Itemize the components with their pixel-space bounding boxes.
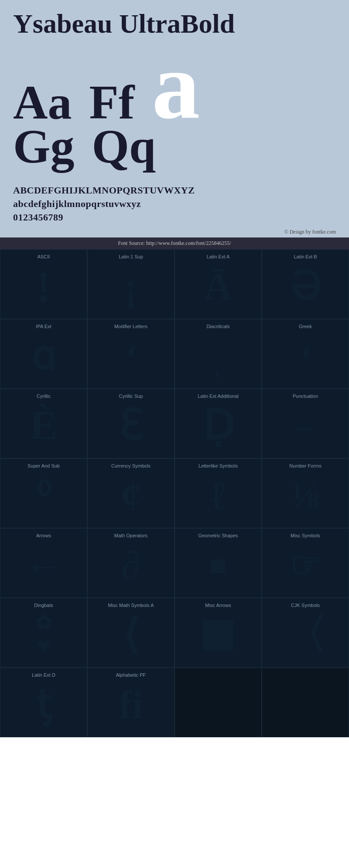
char-mathops: ∂ bbox=[121, 540, 140, 591]
label-alphabeticpf: Alphabetic PF bbox=[116, 672, 146, 678]
label-superandsub: Super And Sub bbox=[27, 463, 60, 468]
svg-rect-0 bbox=[203, 620, 233, 651]
digits: 0123456789 bbox=[13, 211, 336, 224]
label-mathops: Math Operators bbox=[114, 533, 147, 538]
char-ascii: ! bbox=[36, 261, 51, 312]
credit: © Design by fontke.com bbox=[0, 227, 349, 237]
char-miscarrows bbox=[201, 610, 236, 661]
label-letterlike: Letterlike Symbols bbox=[198, 463, 238, 468]
label-modifierletters: Modifier Letters bbox=[114, 324, 147, 329]
glyph-cell-miscsymbols: Misc Symbols ☞ bbox=[262, 528, 349, 598]
glyph-cell-empty1 bbox=[174, 668, 262, 737]
char-miscsymbols: ☞ bbox=[290, 540, 321, 591]
label-miscmathA: Misc Math Symbols A bbox=[108, 603, 154, 608]
glyph-cell-miscarrows: Misc Arrows bbox=[174, 598, 262, 668]
char-modifierletters: ʻ bbox=[126, 331, 137, 382]
char-latinexta: Ā bbox=[204, 261, 233, 312]
glyph-cell-greek: Greek ʼ bbox=[262, 319, 349, 389]
char-letterlike: ℓ bbox=[210, 471, 226, 521]
glyph-big-a: a bbox=[152, 43, 200, 129]
char-cjksymbols: 〈 bbox=[285, 610, 326, 661]
label-greek: Greek bbox=[299, 324, 312, 329]
glyph-cell-diacriticals: Diacriticals ˛ bbox=[174, 319, 262, 389]
glyph-cell-arrows: Arrows ← bbox=[0, 528, 87, 598]
glyph-cell-currency: Currency Symbols ¢ bbox=[87, 458, 174, 528]
label-miscsymbols: Misc Symbols bbox=[291, 533, 320, 538]
char-arrows: ← bbox=[24, 540, 63, 591]
char-diacriticals: ˛ bbox=[215, 331, 222, 382]
label-latin1sup: Latin 1 Sup bbox=[119, 254, 143, 259]
char-greek: ʼ bbox=[300, 331, 311, 382]
label-ipaext: IPA Ext bbox=[36, 324, 51, 329]
char-alphabeticpf: fi bbox=[119, 680, 143, 730]
char-currency: ¢ bbox=[120, 471, 141, 521]
glyph-cell-latinexta: Latin Ext A Ā bbox=[174, 249, 262, 319]
label-currency: Currency Symbols bbox=[111, 463, 151, 468]
label-miscarrows: Misc Arrows bbox=[205, 603, 231, 608]
char-miscmathA: ⟨ bbox=[123, 610, 139, 661]
char-latinextd: ƫ bbox=[36, 680, 51, 730]
glyph-cell-latinextadd: Latin Ext Additional Ḍ bbox=[174, 389, 262, 458]
glyph-gg: Gg bbox=[13, 120, 75, 173]
label-cjksymbols: CJK Symbols bbox=[291, 603, 320, 608]
glyph-cell-latin1sup: Latin 1 Sup ¡ bbox=[87, 249, 174, 319]
glyph-cell-cyrillicsup: Cyrillic Sup Ɛ bbox=[87, 389, 174, 458]
alphabet-section: ABCDEFGHIJKLMNOPQRSTUVWXYZ abcdefghijklm… bbox=[0, 177, 349, 226]
glyph-cell-geoshapes: Geometric Shapes ■ bbox=[174, 528, 262, 598]
glyph-cell-ipaext: IPA Ext ɑ bbox=[0, 319, 87, 389]
char-geoshapes: ■ bbox=[209, 540, 226, 591]
char-numberforms: ⅛ bbox=[291, 471, 319, 521]
alphabet-lower: abcdefghijklmnopqrstuvwxyz bbox=[13, 197, 336, 211]
glyph-cell-miscmathA: Misc Math Symbols A ⟨ bbox=[87, 598, 174, 668]
glyph-cell-dingbats: Dingbats ✿ ♥ bbox=[0, 598, 87, 668]
glyph-qq: Qq bbox=[92, 120, 156, 173]
label-latinextadd: Latin Ext Additional bbox=[198, 393, 239, 399]
char-latin1sup: ¡ bbox=[124, 261, 137, 312]
specimen-area: Aa Ff a Gg Qq bbox=[13, 43, 336, 173]
label-cyrillic: Cyrillic bbox=[37, 393, 51, 399]
glyph-cell-mathops: Math Operators ∂ bbox=[87, 528, 174, 598]
char-latinextb: Ə bbox=[290, 261, 321, 312]
glyph-cell-modifierletters: Modifier Letters ʻ bbox=[87, 319, 174, 389]
glyph-cell-numberforms: Number Forms ⅛ bbox=[262, 458, 349, 528]
label-latinexta: Latin Ext A bbox=[207, 254, 230, 259]
label-cyrillicsup: Cyrillic Sup bbox=[119, 393, 143, 399]
glyph-cell-empty2 bbox=[262, 668, 349, 737]
char-cyrillic: È bbox=[30, 401, 57, 451]
char-latinextadd: Ḍ bbox=[202, 401, 234, 451]
glyph-cell-ascii: ASCII ! bbox=[0, 249, 87, 319]
label-dingbats: Dingbats bbox=[34, 603, 53, 608]
label-numberforms: Number Forms bbox=[289, 463, 321, 468]
glyph-cell-punctuation: Punctuation – bbox=[262, 389, 349, 458]
glyph-cell-superandsub: Super And Sub ⁰ bbox=[0, 458, 87, 528]
label-ascii: ASCII bbox=[38, 254, 50, 259]
header-section: Ysabeau UltraBold Aa Ff a Gg Qq bbox=[0, 0, 349, 177]
source: Font Source: http://www.fontke.com/font/… bbox=[0, 237, 349, 249]
label-geoshapes: Geometric Shapes bbox=[198, 533, 238, 538]
glyph-cell-cjksymbols: CJK Symbols 〈 bbox=[262, 598, 349, 668]
glyph-cell-latinextb: Latin Ext B Ə bbox=[262, 249, 349, 319]
glyph-cell-latinextd: Latin Ext D ƫ bbox=[0, 668, 87, 737]
char-dingbats: ✿ ♥ bbox=[35, 610, 52, 661]
label-latinextd: Latin Ext D bbox=[32, 672, 55, 678]
char-ipaext: ɑ bbox=[31, 331, 56, 382]
label-diacriticals: Diacriticals bbox=[206, 324, 229, 329]
label-arrows: Arrows bbox=[36, 533, 51, 538]
alphabet-upper: ABCDEFGHIJKLMNOPQRSTUVWXYZ bbox=[13, 184, 336, 197]
char-superandsub: ⁰ bbox=[36, 471, 51, 521]
char-punctuation: – bbox=[298, 401, 313, 451]
char-cyrillicsup: Ɛ bbox=[118, 401, 144, 451]
glyph-cell-alphabeticpf: Alphabetic PF fi bbox=[87, 668, 174, 737]
glyph-cell-letterlike: Letterlike Symbols ℓ bbox=[174, 458, 262, 528]
glyph-grid: ASCII ! Latin 1 Sup ¡ Latin Ext A Ā Lati… bbox=[0, 249, 349, 737]
label-punctuation: Punctuation bbox=[293, 393, 318, 399]
label-latinextb: Latin Ext B bbox=[294, 254, 317, 259]
glyph-cell-cyrillic: Cyrillic È bbox=[0, 389, 87, 458]
